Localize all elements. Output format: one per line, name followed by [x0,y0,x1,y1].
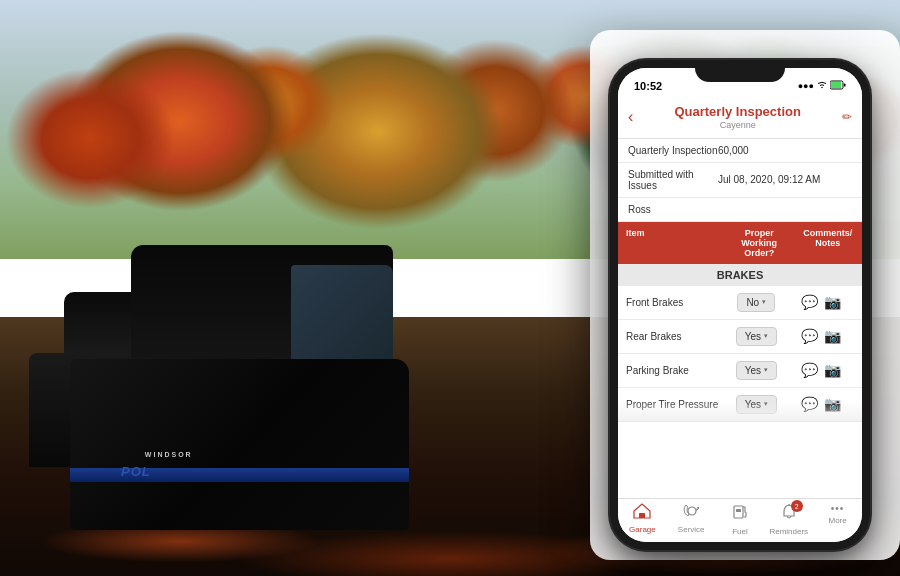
garage-icon [633,503,651,523]
nav-item-reminders[interactable]: 2 Reminders [764,503,813,536]
item-working-front-brakes[interactable]: No ▾ [724,293,789,312]
svg-rect-2 [844,84,846,87]
inspection-row-front-brakes: Front Brakes No ▾ 💬 📷 [618,286,862,320]
phone-mockup: 10:52 ●●● [610,60,870,550]
info-label-inspection: Quarterly Inspection [628,145,718,156]
svg-rect-6 [736,509,741,512]
nav-label-reminders: Reminders [769,527,808,536]
reminders-badge: 2 [791,500,803,512]
nav-item-service[interactable]: Service [667,503,716,536]
inspection-rows: Front Brakes No ▾ 💬 📷 Rear Brakes [618,286,862,498]
info-value-inspection: 60,000 [718,145,749,156]
answer-pill-yes-rear[interactable]: Yes ▾ [736,327,777,346]
nav-item-more[interactable]: ••• More [813,503,862,536]
service-icon [682,503,700,523]
info-label-submitted: Submitted with Issues [628,169,718,191]
police-car-front: WINDSOR POL [70,245,409,530]
signal-icon: ●●● [798,81,814,91]
section-header-brakes: BRAKES [618,264,862,286]
comment-icon-rear-brakes[interactable]: 💬 [801,328,818,344]
svg-rect-1 [831,82,841,88]
camera-icon-front-brakes[interactable]: 📷 [824,294,841,310]
status-icons: ●●● [798,80,846,92]
item-name-front-brakes: Front Brakes [626,297,724,308]
th-item: Item [618,222,725,264]
item-name-parking-brake: Parking Brake [626,365,724,376]
battery-icon [830,80,846,92]
car-text-police: POL [121,464,151,479]
item-working-rear-brakes[interactable]: Yes ▾ [724,327,789,346]
nav-label-service: Service [678,525,705,534]
info-row-submitted: Submitted with Issues Jul 08, 2020, 09:1… [618,163,862,198]
th-working: Proper Working Order? [725,222,794,264]
inspection-row-parking-brake: Parking Brake Yes ▾ 💬 📷 [618,354,862,388]
info-label-ross: Ross [628,204,718,215]
fuel-icon [732,503,748,525]
phone-notch [695,60,785,82]
status-time: 10:52 [634,80,662,92]
phone-screen: 10:52 ●●● [618,68,862,542]
answer-pill-yes-parking[interactable]: Yes ▾ [736,361,777,380]
item-actions-rear-brakes: 💬 📷 [789,328,854,344]
info-section: Quarterly Inspection 60,000 Submitted wi… [618,139,862,222]
chevron-icon: ▾ [764,366,768,374]
inspection-row-tire-pressure: Proper Tire Pressure Yes ▾ 💬 📷 [618,388,862,422]
svg-point-4 [688,507,696,515]
nav-label-more: More [828,516,846,525]
table-header: Item Proper Working Order? Comments/ Not… [618,222,862,264]
info-row-inspection: Quarterly Inspection 60,000 [618,139,862,163]
item-actions-front-brakes: 💬 📷 [789,294,854,310]
comment-icon-parking-brake[interactable]: 💬 [801,362,818,378]
header-title: Quarterly Inspection [639,104,836,120]
camera-icon-parking-brake[interactable]: 📷 [824,362,841,378]
header-title-area: Quarterly Inspection Cayenne [639,104,836,130]
app-header: ‹ Quarterly Inspection Cayenne ✏ [618,96,862,139]
header-subtitle: Cayenne [639,120,836,130]
camera-icon-rear-brakes[interactable]: 📷 [824,328,841,344]
nav-item-garage[interactable]: Garage [618,503,667,536]
inspection-row-rear-brakes: Rear Brakes Yes ▾ 💬 📷 [618,320,862,354]
item-working-parking-brake[interactable]: Yes ▾ [724,361,789,380]
info-row-ross: Ross [618,198,862,222]
nav-label-fuel: Fuel [732,527,748,536]
comment-icon-front-brakes[interactable]: 💬 [801,294,818,310]
car-windshield [291,265,393,365]
answer-pill-no[interactable]: No ▾ [737,293,775,312]
chevron-icon: ▾ [764,332,768,340]
wifi-icon [817,81,827,91]
car-body-front: WINDSOR POL [70,359,409,530]
svg-rect-3 [639,513,645,518]
th-comments: Comments/ Notes [793,222,862,264]
fade-overlay [618,401,862,421]
bottom-nav: Garage Service [618,498,862,542]
item-name-rear-brakes: Rear Brakes [626,331,724,342]
item-actions-parking-brake: 💬 📷 [789,362,854,378]
police-cars: WINDSOR POL [0,213,585,530]
info-value-submitted: Jul 08, 2020, 09:12 AM [718,174,820,185]
car-text-windsor: WINDSOR [145,451,193,458]
back-button[interactable]: ‹ [628,108,633,126]
nav-label-garage: Garage [629,525,656,534]
reminders-badge-wrapper: 2 [781,503,797,525]
edit-icon[interactable]: ✏ [842,110,852,124]
nav-item-fuel[interactable]: Fuel [716,503,765,536]
chevron-icon: ▾ [762,298,766,306]
more-icon: ••• [831,503,845,514]
